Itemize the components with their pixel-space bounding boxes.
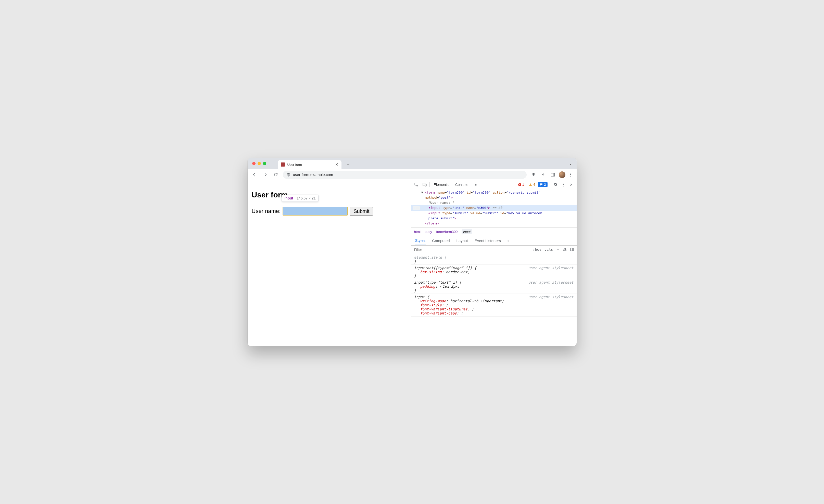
chrome-menu-button[interactable]: [568, 173, 574, 177]
inspect-tooltip: input 146.67 × 21: [282, 195, 318, 202]
dom-node-input-submit[interactable]: <input type="submit" value="Submit" id="…: [411, 211, 577, 216]
dom-node-input-text[interactable]: ••• <input type="text" name="n300"> == $…: [411, 205, 577, 210]
url-text: user-form.example.com: [293, 173, 333, 177]
field-wrap: input 146.67 × 21: [283, 207, 347, 215]
dom-overflow-icon: •••: [413, 206, 420, 210]
crumb-input[interactable]: input: [461, 229, 472, 234]
crumb-html[interactable]: html: [414, 230, 421, 234]
styles-filter-row: :hov .cls ＋: [411, 245, 577, 254]
downloads-icon[interactable]: [539, 171, 547, 179]
minimize-window-icon[interactable]: [258, 162, 261, 165]
tooltip-tag: input: [284, 196, 293, 200]
device-toolbar-icon[interactable]: [421, 181, 428, 188]
styles-sub-tabs: Styles Computed Layout Event Listeners »: [411, 236, 577, 245]
browser-tab[interactable]: User form ✕: [278, 160, 341, 169]
paint-brush-icon[interactable]: [563, 247, 567, 252]
sidepanel-icon[interactable]: [549, 171, 557, 179]
dom-breadcrumbs: html body form#form300 input: [411, 228, 577, 236]
error-count[interactable]: ✕1: [517, 182, 526, 187]
rule-input: input { user agent stylesheet writing-mo…: [411, 294, 577, 316]
svg-rect-1: [551, 173, 555, 176]
tab-elements[interactable]: Elements: [431, 181, 451, 189]
maximize-window-icon[interactable]: [263, 162, 266, 165]
close-window-icon[interactable]: [252, 162, 255, 165]
tab-list-button[interactable]: ⌄: [569, 162, 572, 166]
tab-more[interactable]: »: [472, 181, 480, 189]
crumb-body[interactable]: body: [425, 230, 432, 234]
profile-avatar[interactable]: [559, 172, 565, 178]
page-pane: User form User name: input 146.67 × 21 S…: [247, 180, 411, 346]
subtab-styles[interactable]: Styles: [415, 236, 426, 245]
extensions-icon[interactable]: [530, 171, 537, 179]
content-area: User form User name: input 146.67 × 21 S…: [247, 180, 577, 346]
rule-element-style: element.style { }: [411, 254, 577, 265]
toolbar-right: [530, 171, 574, 179]
window-controls: [252, 162, 266, 165]
svg-rect-5: [571, 248, 574, 251]
rule-text: input[type="text" i] { user agent styles…: [411, 279, 577, 294]
toolbar: user-form.example.com: [247, 169, 577, 180]
dom-node-form-open[interactable]: ▼ <form name="form300" id="form300" acti…: [411, 190, 577, 195]
new-tab-button[interactable]: ＋: [344, 161, 352, 168]
site-info-icon[interactable]: [286, 173, 291, 177]
styles-filter-input[interactable]: [411, 245, 533, 254]
hov-toggle[interactable]: :hov: [533, 247, 541, 252]
crumb-form[interactable]: form#form300: [436, 230, 457, 234]
favicon-icon: [281, 163, 285, 167]
devtools-tabs: Elements Console » ✕1 4 2: [411, 180, 577, 189]
rule-not-image: input:not([type="image" i]) { user agent…: [411, 265, 577, 279]
computed-sidebar-icon[interactable]: [570, 247, 574, 252]
tab-console[interactable]: Console: [453, 181, 471, 189]
username-input[interactable]: [283, 207, 347, 215]
warning-count[interactable]: 4: [527, 182, 537, 187]
subtab-computed[interactable]: Computed: [431, 236, 450, 245]
dom-node-input-submit-b[interactable]: plete_submit">: [411, 216, 577, 221]
submit-button[interactable]: Submit: [350, 207, 373, 215]
devtools-settings-icon[interactable]: [552, 181, 559, 188]
address-bar[interactable]: user-form.example.com: [283, 171, 527, 179]
browser-window: User form ✕ ＋ ⌄ user-form.example.com: [247, 158, 577, 346]
dom-node-form-close[interactable]: </form>: [411, 221, 577, 226]
tooltip-dims: 146.67 × 21: [297, 196, 315, 200]
inspect-element-icon[interactable]: [413, 181, 420, 188]
subtab-more[interactable]: »: [507, 236, 510, 245]
subtab-layout[interactable]: Layout: [456, 236, 469, 245]
styles-rules[interactable]: element.style { } input:not([type="image…: [411, 254, 577, 346]
issues-count[interactable]: 2: [538, 182, 547, 187]
dom-node-form-open-b[interactable]: method="post">: [411, 195, 577, 200]
devtools-close-icon[interactable]: ✕: [568, 181, 575, 188]
form-row: User name: input 146.67 × 21 Submit: [252, 207, 407, 215]
close-tab-icon[interactable]: ✕: [335, 162, 338, 167]
subtab-events[interactable]: Event Listeners: [474, 236, 501, 245]
tab-title: User form: [287, 163, 332, 167]
devtools-pane: Elements Console » ✕1 4 2: [411, 180, 577, 346]
reload-button[interactable]: [272, 171, 280, 179]
tab-strip: User form ✕ ＋ ⌄: [247, 158, 577, 169]
devtools-menu-icon[interactable]: [560, 183, 566, 186]
dom-text-node[interactable]: "User name: ": [411, 200, 577, 205]
new-style-rule-icon[interactable]: ＋: [556, 247, 560, 252]
cls-toggle[interactable]: .cls: [544, 247, 553, 252]
dom-tree[interactable]: ▼ <form name="form300" id="form300" acti…: [411, 189, 577, 228]
forward-button[interactable]: [262, 171, 269, 179]
back-button[interactable]: [251, 171, 259, 179]
page-heading: User form: [252, 191, 407, 199]
field-label: User name:: [252, 208, 281, 214]
